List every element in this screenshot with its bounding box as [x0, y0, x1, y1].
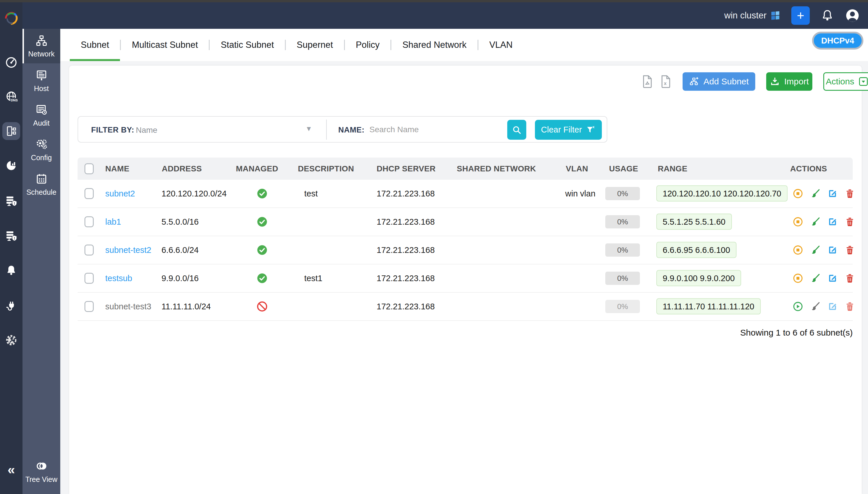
server-security-icon: ! — [5, 194, 18, 207]
actions-dropdown-button[interactable]: Actions — [823, 72, 868, 91]
export-excel-icon[interactable]: x — [660, 74, 672, 89]
rail-item-server-security-1[interactable]: ! — [0, 188, 22, 214]
export-pdf-icon[interactable] — [641, 74, 653, 89]
windows-logo-icon — [771, 11, 780, 20]
sidebar-item-audit[interactable]: Audit — [22, 98, 60, 133]
left-icon-rail: DNS ! — [0, 2, 22, 494]
tab-vlan[interactable]: VLAN — [478, 29, 524, 61]
managed-check-icon — [256, 244, 268, 256]
tab-policy[interactable]: Policy — [345, 29, 391, 61]
sidebar-item-network[interactable]: Network — [22, 29, 60, 63]
managed-check-icon — [256, 188, 268, 199]
notifications-bell-icon[interactable] — [821, 9, 834, 22]
sidebar-collapse-button[interactable]: « — [0, 456, 22, 483]
managed-check-icon — [256, 272, 268, 284]
rail-item-admin-tools[interactable] — [0, 327, 22, 354]
subnet-name-link[interactable]: lab1 — [105, 217, 121, 227]
sidebar-item-label: Schedule — [26, 188, 56, 196]
tab-static-subnet[interactable]: Static Subnet — [210, 29, 285, 61]
clear-filter-funnel-icon: x — [585, 125, 596, 135]
cluster-name: win cluster — [724, 11, 766, 21]
start-action-icon[interactable] — [793, 301, 803, 312]
row-checkbox[interactable] — [85, 301, 94, 312]
edit-action-icon[interactable] — [827, 273, 838, 283]
subnet-tab-bar: Subnet Multicast Subnet Static Subnet Su… — [60, 29, 868, 61]
rail-item-dns[interactable]: DNS — [0, 83, 22, 110]
range-chip: 9.9.0.100 9.9.0.200 — [656, 270, 741, 286]
rail-item-reports[interactable] — [0, 152, 22, 178]
cluster-selector[interactable]: win cluster — [724, 11, 780, 21]
stop-action-icon[interactable] — [793, 216, 803, 227]
add-subnet-button[interactable]: Add Subnet — [683, 72, 755, 91]
tree-view-toggle-icon — [35, 460, 48, 472]
dropdown-caret-icon — [858, 76, 868, 87]
import-button[interactable]: Import — [766, 72, 812, 91]
chevrons-left-icon: « — [7, 462, 15, 477]
range-chip: 5.5.1.25 5.5.1.60 — [656, 214, 732, 230]
select-all-checkbox[interactable] — [85, 163, 94, 174]
host-server-icon — [35, 69, 48, 81]
tree-view-label: Tree View — [25, 475, 57, 483]
usage-badge: 0% — [605, 243, 640, 256]
subnet-name-link[interactable]: subnet2 — [105, 189, 135, 198]
delete-action-icon[interactable] — [845, 188, 855, 199]
sidebar-item-label: Network — [28, 50, 55, 58]
search-icon — [511, 125, 522, 135]
range-chip: 120.120.120.10 120.120.120.70 — [656, 186, 788, 202]
rail-item-integrations[interactable] — [0, 291, 22, 318]
stop-action-icon[interactable] — [793, 245, 803, 255]
row-checkbox[interactable] — [85, 188, 94, 199]
chevron-down-icon[interactable]: ▼ — [305, 125, 312, 133]
reclaim-brush-icon[interactable] — [810, 273, 820, 283]
tab-multicast-subnet[interactable]: Multicast Subnet — [121, 29, 209, 61]
tab-subnet[interactable]: Subnet — [70, 29, 120, 61]
rail-active-highlight — [2, 122, 20, 140]
delete-action-icon[interactable] — [845, 301, 855, 312]
add-button[interactable]: + — [791, 6, 810, 25]
subnet-name-link[interactable]: testsub — [105, 274, 132, 283]
row-checkbox[interactable] — [85, 245, 94, 255]
clear-filter-button[interactable]: Clear Filter x — [535, 120, 602, 140]
user-avatar-icon[interactable] — [845, 8, 860, 23]
tab-shared-network[interactable]: Shared Network — [391, 29, 477, 61]
tree-view-toggle[interactable]: Tree View — [22, 454, 60, 489]
row-checkbox[interactable] — [85, 216, 94, 227]
svg-text:x: x — [664, 81, 667, 86]
delete-action-icon[interactable] — [845, 216, 855, 227]
delete-action-icon[interactable] — [845, 245, 855, 255]
rail-item-server-security-2[interactable]: ! — [0, 222, 22, 249]
dashboard-speedometer-icon — [5, 56, 18, 68]
name-filter-label: NAME: — [338, 126, 364, 134]
tab-supernet[interactable]: Supernet — [286, 29, 344, 61]
search-button[interactable] — [507, 120, 526, 140]
sidebar-item-config[interactable]: Config — [22, 133, 60, 167]
rail-item-dashboard[interactable] — [0, 49, 22, 75]
filter-field-dropdown[interactable]: Name — [136, 126, 158, 135]
table-toolbar: x Add Subnet Import Actions — [641, 72, 868, 91]
edit-action-icon[interactable] — [827, 245, 838, 255]
stop-action-icon[interactable] — [793, 273, 803, 283]
edit-action-icon[interactable] — [827, 301, 838, 312]
stop-action-icon[interactable] — [793, 188, 803, 199]
delete-action-icon[interactable] — [845, 273, 855, 283]
server-security-icon: ! — [5, 229, 18, 242]
table-footer-count: Showing 1 to 6 of 6 subnet(s) — [77, 328, 853, 338]
integrations-plug-icon — [5, 299, 18, 311]
reclaim-brush-icon[interactable] — [810, 188, 820, 199]
protocol-badge-dhcpv4[interactable]: DHCPv4 — [812, 32, 863, 50]
reclaim-brush-icon-disabled[interactable] — [810, 301, 820, 312]
sidebar-item-host[interactable]: Host — [22, 63, 60, 98]
rail-item-ipam[interactable] — [0, 118, 22, 144]
edit-action-icon[interactable] — [827, 188, 838, 199]
reclaim-brush-icon[interactable] — [810, 245, 820, 255]
reclaim-brush-icon[interactable] — [810, 216, 820, 227]
rail-item-alerts[interactable] — [0, 257, 22, 284]
row-checkbox[interactable] — [85, 273, 94, 284]
subnet-name-link[interactable]: subnet-test2 — [105, 245, 151, 255]
svg-text:!: ! — [14, 236, 15, 241]
window-top-strip — [0, 0, 868, 2]
edit-action-icon[interactable] — [827, 216, 838, 227]
filter-divider — [326, 119, 327, 140]
sidebar-item-schedule[interactable]: Schedule — [22, 167, 60, 202]
search-name-input[interactable] — [369, 121, 496, 138]
